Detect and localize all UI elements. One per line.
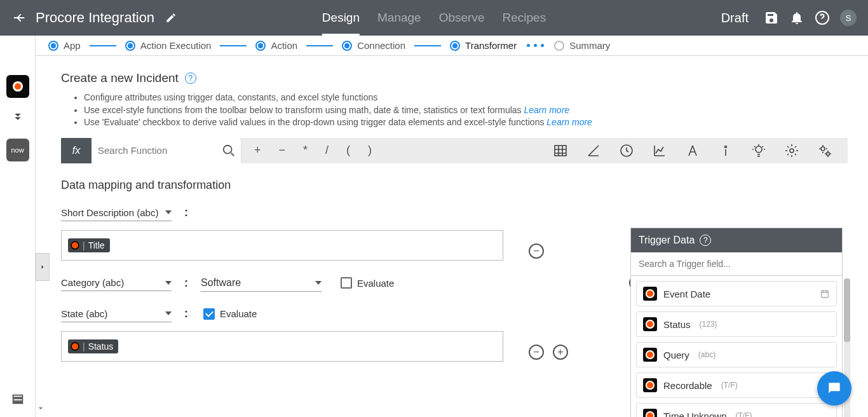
bullet-3: Use 'Evaluate' checkbox to derive valid … [84,116,848,129]
colon-label: : [184,277,188,290]
fx-clock-icon[interactable] [619,143,634,158]
search-icon [222,144,236,158]
fx-table-icon[interactable] [553,143,568,158]
chevron-down-icon [165,311,172,315]
tab-observe[interactable]: Observe [439,0,485,36]
attr-select-short-description[interactable]: Short Description (abc) [61,205,172,221]
svg-rect-5 [555,146,566,156]
bell-icon[interactable] [789,10,804,25]
svg-point-4 [224,146,232,154]
svg-rect-1 [13,395,22,398]
chip-title[interactable]: |Title [68,238,110,252]
tab-recipes[interactable]: Recipes [502,0,546,36]
bullet-1: Configure attributes using trigger data,… [84,92,848,104]
svg-point-7 [725,146,727,147]
fx-search-field[interactable] [98,145,234,156]
rail-app-procore-icon[interactable] [6,75,29,98]
remove-row-button[interactable]: − [529,243,544,259]
op-rparen[interactable]: ) [368,144,372,157]
trigger-data-panel: Trigger Data ? Event Date Status (123) [630,228,843,417]
learn-more-link-1[interactable]: Learn more [524,105,570,115]
fx-idea-icon[interactable] [751,143,766,158]
fx-toolbar: fx + − * / ( ) [61,138,848,163]
back-arrow-icon[interactable] [11,10,27,25]
header-bar: Procore Integration Design Manage Observ… [0,0,868,36]
chevron-down-icon [165,281,172,285]
trigger-item-recordable[interactable]: Recordable (T/F) [636,373,837,398]
trigger-item-query[interactable]: Query (abc) [636,342,837,367]
value-select-category[interactable]: Software [201,275,322,292]
step-action[interactable]: Action [255,40,297,51]
svg-point-10 [821,147,825,151]
fx-angle-icon[interactable] [586,143,601,158]
bullet-2: Use excel-style functions from the toolb… [84,104,848,117]
expr-box-short-description[interactable]: |Title [61,230,503,261]
op-div[interactable]: / [325,144,329,157]
trigger-item-status[interactable]: Status (123) [636,311,837,337]
trigger-item-time-unknown[interactable]: Time Unknown (T/F) [636,403,837,417]
fx-text-icon[interactable] [685,143,700,158]
mapping-title: Data mapping and transformation [61,179,848,192]
op-minus[interactable]: − [279,144,286,157]
section-help-icon[interactable]: ? [185,72,196,84]
trigger-search-input[interactable] [631,252,842,276]
attr-select-state[interactable]: State (abc) [61,306,172,322]
remove-row-button[interactable]: − [529,345,544,360]
procore-icon [643,287,657,301]
chat-fab[interactable] [817,371,851,406]
tab-manage[interactable]: Manage [377,0,421,36]
svg-rect-2 [13,399,22,401]
trigger-help-icon[interactable]: ? [700,235,711,246]
svg-rect-12 [822,291,829,297]
evaluate-label: Evaluate [357,278,394,289]
fx-badge-icon: fx [61,138,92,163]
fx-chart-icon[interactable] [652,143,667,158]
learn-more-link-2[interactable]: Learn more [546,117,592,127]
collapse-caret-icon[interactable] [36,403,46,413]
add-row-button[interactable]: + [553,345,568,360]
procore-icon [643,317,657,331]
op-plus[interactable]: + [254,144,261,157]
step-transformer[interactable]: Transformer [450,40,517,51]
tab-design[interactable]: Design [322,0,360,36]
colon-label: : [184,206,188,219]
page-title: Procore Integration [36,10,154,26]
step-action-execution[interactable]: Action Execution [125,40,212,51]
expand-sidebar-tab[interactable] [36,253,50,281]
procore-icon [643,378,657,392]
fx-search-input[interactable] [92,138,241,163]
colon-label: : [184,307,188,320]
rail-app-servicenow-icon[interactable]: now [6,139,29,161]
fx-info-icon[interactable] [718,143,733,158]
step-app[interactable]: App [48,40,81,51]
procore-icon [643,348,657,362]
section-title: Create a new Incident [61,71,179,85]
fx-gear-sync-icon[interactable] [784,143,799,158]
trigger-item-event-date[interactable]: Event Date [636,281,837,306]
fx-gears-icon[interactable] [817,143,832,158]
user-avatar[interactable]: S [840,10,857,26]
trigger-panel-title: Trigger Data [639,235,695,246]
rail-expand-icon[interactable] [6,107,29,130]
evaluate-checkbox-category[interactable] [341,277,352,289]
step-connection[interactable]: Connection [342,40,405,51]
procore-icon [643,409,657,417]
help-icon[interactable] [815,10,830,25]
status-label: Draft [721,11,749,25]
chip-status[interactable]: |Status [68,339,118,353]
rail-layers-icon[interactable] [6,388,29,411]
stepper: App Action Execution Action Connection T… [36,36,868,56]
expr-box-state[interactable]: |Status [61,331,503,362]
op-lparen[interactable]: ( [346,144,350,157]
chevron-down-icon [165,210,172,214]
save-icon[interactable] [764,10,779,25]
header-tabs: Design Manage Observe Recipes [322,0,546,36]
edit-title-icon[interactable] [163,10,179,25]
evaluate-checkbox-state[interactable] [203,308,215,320]
svg-point-9 [790,149,794,153]
step-summary[interactable]: Summary [554,40,610,51]
step-more-icon [527,44,544,47]
svg-point-11 [827,152,830,155]
op-mult[interactable]: * [303,144,308,157]
attr-select-category[interactable]: Category (abc) [61,275,172,291]
